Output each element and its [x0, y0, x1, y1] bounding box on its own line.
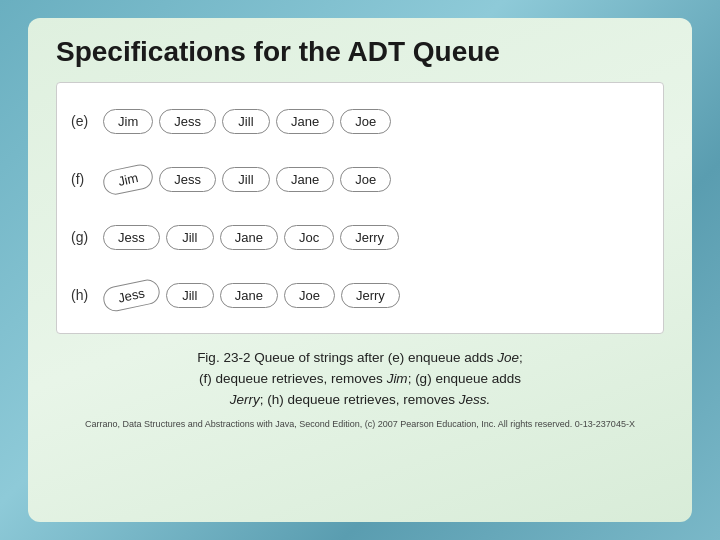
queue-row-f: (f) Jim Jess Jill Jane Joe [71, 157, 649, 201]
row-label-f: (f) [71, 171, 103, 187]
slide-container: Specifications for the ADT Queue (e) Jim… [28, 18, 692, 522]
cell-g-1: Jess [103, 225, 160, 250]
slide-title: Specifications for the ADT Queue [56, 36, 664, 68]
queue-cells-g: Jess Jill Jane Joc Jerry [103, 225, 399, 250]
cell-g-4: Joc [284, 225, 334, 250]
queue-row-h: (h) Jess Jill Jane Joe Jerry [71, 273, 649, 317]
cell-e-3: Jill [222, 109, 270, 134]
queue-cells-f: Jim Jess Jill Jane Joe [103, 167, 391, 192]
queue-cells-e: Jim Jess Jill Jane Joe [103, 109, 391, 134]
cell-f-1: Jim [101, 162, 155, 197]
cell-e-5: Joe [340, 109, 391, 134]
cell-f-4: Jane [276, 167, 334, 192]
cell-h-2: Jill [166, 283, 214, 308]
cell-g-3: Jane [220, 225, 278, 250]
queue-row-e: (e) Jim Jess Jill Jane Joe [71, 99, 649, 143]
cell-h-1: Jess [101, 277, 162, 313]
cell-g-5: Jerry [340, 225, 399, 250]
cell-g-2: Jill [166, 225, 214, 250]
cell-f-3: Jill [222, 167, 270, 192]
cell-e-2: Jess [159, 109, 216, 134]
cell-f-2: Jess [159, 167, 216, 192]
diagram-box: (e) Jim Jess Jill Jane Joe (f) Jim Jess … [56, 82, 664, 334]
cell-e-4: Jane [276, 109, 334, 134]
cell-h-4: Joe [284, 283, 335, 308]
queue-cells-h: Jess Jill Jane Joe Jerry [103, 283, 400, 308]
queue-row-g: (g) Jess Jill Jane Joc Jerry [71, 215, 649, 259]
cell-h-5: Jerry [341, 283, 400, 308]
row-label-g: (g) [71, 229, 103, 245]
row-label-e: (e) [71, 113, 103, 129]
cell-f-5: Joe [340, 167, 391, 192]
figure-caption: Fig. 23-2 Queue of strings after (e) enq… [56, 348, 664, 411]
cell-e-1: Jim [103, 109, 153, 134]
footer-text: Carrano, Data Structures and Abstraction… [56, 419, 664, 429]
cell-h-3: Jane [220, 283, 278, 308]
row-label-h: (h) [71, 287, 103, 303]
